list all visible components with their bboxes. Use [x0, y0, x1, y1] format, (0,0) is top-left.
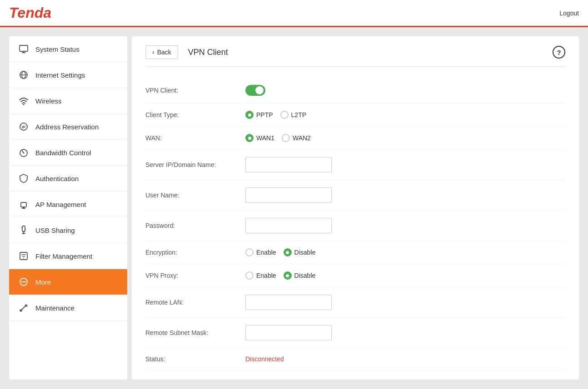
toggle-thumb [255, 86, 264, 94]
sidebar-item-internet-settings[interactable]: Internet Settings [9, 62, 127, 88]
wifi-icon [18, 95, 29, 106]
sidebar-label-maintenance: Maintenance [35, 304, 75, 312]
sidebar-item-bandwidth-control[interactable]: Bandwidth Control [9, 140, 127, 166]
server-ip-input[interactable] [245, 157, 332, 172]
l2tp-radio[interactable] [280, 111, 289, 119]
username-input[interactable] [245, 187, 332, 203]
wan2-label: WAN2 [293, 134, 311, 142]
wan1-label: WAN1 [256, 134, 274, 142]
encryption-enable-label: Enable [256, 249, 276, 256]
encryption-enable-option[interactable]: Enable [245, 248, 276, 256]
password-input[interactable] [245, 218, 332, 233]
server-ip-control [245, 157, 565, 172]
sidebar-label-more: More [35, 278, 51, 286]
svg-point-24 [25, 281, 26, 283]
logout-button[interactable]: Logout [559, 10, 579, 17]
shield-icon [18, 173, 29, 184]
sidebar-item-more[interactable]: More [9, 269, 127, 295]
ip-icon: IP [18, 121, 29, 132]
toggle-track [245, 85, 265, 96]
filter-icon [18, 251, 29, 261]
pptp-label: PPTP [256, 111, 273, 118]
vpn-client-toggle[interactable] [245, 85, 265, 96]
sidebar-label-ap-management: AP Management [35, 201, 86, 208]
sidebar-label-usb-sharing: USB Sharing [35, 227, 75, 234]
server-ip-label: Server IP/Domain Name: [145, 161, 245, 168]
sidebar-item-filter-management[interactable]: Filter Management [9, 243, 127, 269]
username-label: User Name: [145, 192, 245, 199]
main-layout: System Status Internet Settings [0, 27, 588, 389]
password-row: Password: [145, 211, 565, 241]
proxy-disable-radio[interactable] [284, 271, 292, 280]
sidebar-label-bandwidth-control: Bandwidth Control [35, 149, 91, 157]
globe-icon [18, 69, 29, 80]
svg-point-6 [23, 104, 25, 105]
sidebar-item-ap-management[interactable]: AP Management [9, 192, 127, 217]
more-icon [18, 276, 29, 287]
wan1-radio[interactable] [245, 134, 254, 142]
speed-icon [18, 147, 29, 158]
remote-lan-control [245, 295, 565, 310]
encryption-disable-label: Disable [294, 249, 316, 256]
wan2-radio[interactable] [282, 134, 290, 142]
svg-point-22 [21, 281, 23, 283]
page-title: VPN Client [188, 48, 228, 57]
vpn-proxy-label: VPN Proxy: [145, 272, 245, 279]
encryption-enable-radio[interactable] [245, 248, 254, 256]
pptp-option[interactable]: PPTP [245, 111, 273, 119]
sidebar: System Status Internet Settings [9, 36, 127, 379]
content-area: ‹ Back VPN Client ? VPN Client: Client T… [132, 36, 579, 379]
sidebar-label-authentication: Authentication [35, 175, 79, 182]
svg-rect-11 [21, 202, 26, 207]
proxy-enable-label: Enable [256, 272, 276, 279]
proxy-disable-option[interactable]: Disable [284, 271, 316, 280]
back-button[interactable]: ‹ Back [145, 45, 178, 59]
proxy-enable-radio[interactable] [245, 271, 254, 280]
proxy-enable-option[interactable]: Enable [245, 271, 276, 280]
page-header: ‹ Back VPN Client ? [145, 45, 565, 67]
server-ip-row: Server IP/Domain Name: [145, 150, 565, 180]
client-type-label: Client Type: [145, 111, 245, 118]
sidebar-item-wireless[interactable]: Wireless [9, 88, 127, 114]
sidebar-item-usb-sharing[interactable]: USB Sharing [9, 217, 127, 243]
pptp-radio[interactable] [245, 111, 254, 119]
sidebar-label-filter-management: Filter Management [35, 252, 92, 260]
svg-point-23 [23, 281, 25, 283]
encryption-control: Enable Disable [245, 248, 565, 256]
remote-subnet-row: Remote Subnet Mask: [145, 318, 565, 348]
back-label: Back [157, 49, 171, 56]
sidebar-item-address-reservation[interactable]: IP Address Reservation [9, 114, 127, 140]
sidebar-item-maintenance[interactable]: Maintenance [9, 295, 127, 321]
svg-rect-14 [22, 226, 25, 231]
status-label: Status: [145, 355, 245, 363]
password-label: Password: [145, 222, 245, 229]
sidebar-item-authentication[interactable]: Authentication [9, 166, 127, 192]
sidebar-label-wireless: Wireless [35, 97, 62, 105]
vpn-proxy-row: VPN Proxy: Enable Disable [145, 264, 565, 287]
proxy-disable-label: Disable [294, 272, 316, 279]
wan-row: WAN: WAN1 WAN2 [145, 127, 565, 150]
sidebar-label-address-reservation: Address Reservation [35, 123, 99, 131]
header: Tenda Logout [0, 0, 588, 27]
svg-point-10 [23, 153, 25, 154]
encryption-disable-option[interactable]: Disable [284, 248, 316, 256]
remote-lan-input[interactable] [245, 295, 332, 310]
username-row: User Name: [145, 180, 565, 211]
svg-rect-0 [20, 45, 28, 51]
wan-label: WAN: [145, 134, 245, 142]
wan1-option[interactable]: WAN1 [245, 134, 274, 142]
encryption-disable-radio[interactable] [284, 248, 292, 256]
sidebar-label-system-status: System Status [35, 45, 80, 53]
remote-subnet-input[interactable] [245, 325, 332, 340]
encryption-label: Encryption: [145, 249, 245, 256]
back-arrow-icon: ‹ [152, 49, 154, 56]
sidebar-label-internet-settings: Internet Settings [35, 71, 85, 79]
remote-lan-row: Remote LAN: [145, 287, 565, 318]
help-icon[interactable]: ? [553, 46, 565, 59]
remote-lan-label: Remote LAN: [145, 299, 245, 306]
l2tp-option[interactable]: L2TP [280, 111, 306, 119]
sidebar-item-system-status[interactable]: System Status [9, 36, 127, 62]
wan2-option[interactable]: WAN2 [282, 134, 311, 142]
svg-text:IP: IP [22, 125, 26, 129]
page-header-left: ‹ Back VPN Client [145, 45, 228, 59]
